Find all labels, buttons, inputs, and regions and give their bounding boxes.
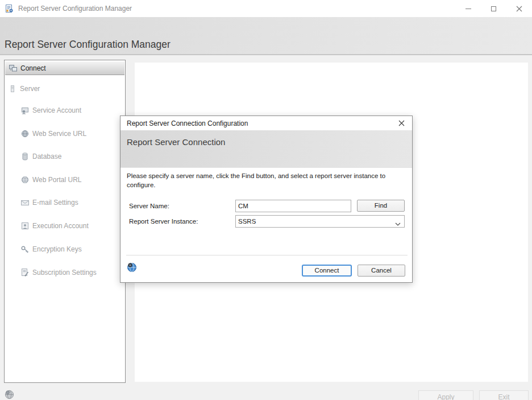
dialog-close-button[interactable] [393, 116, 410, 130]
close-button[interactable] [506, 0, 532, 17]
dialog-instruction: Please specify a server name, click the … [127, 171, 398, 189]
minimize-button[interactable] [455, 0, 481, 17]
exit-button[interactable]: Exit [479, 390, 529, 400]
sidebar-item-label: Service Account [32, 106, 81, 114]
sidebar-item-label: Database [32, 152, 61, 160]
sidebar-item-connect[interactable]: Connect [5, 61, 124, 75]
sidebar-item-web-portal-url[interactable]: Web Portal URL [20, 173, 81, 187]
server-icon [8, 84, 17, 93]
connect-button[interactable]: Connect [302, 265, 352, 277]
sidebar-item-label: Execution Account [32, 222, 89, 230]
close-icon [516, 6, 522, 12]
dialog-title: Report Server Connection Configuration [127, 119, 248, 127]
report-server-instance-select[interactable]: SSRS [235, 215, 405, 228]
sidebar-item-database[interactable]: Database [20, 150, 61, 163]
report-server-instance-label: Report Server Instance: [129, 218, 198, 225]
sidebar-item-label: Web Portal URL [32, 176, 81, 184]
email-icon [20, 198, 30, 207]
encryption-keys-icon [20, 245, 30, 254]
dialog-separator [126, 255, 408, 255]
sidebar-nav: Connect Server Service Account [4, 60, 126, 383]
report-server-connection-dialog: Report Server Connection Configuration R… [120, 116, 413, 283]
service-account-icon [20, 106, 30, 115]
server-name-label: Server Name: [129, 203, 169, 209]
web-portal-url-icon [20, 175, 30, 184]
sidebar-item-label: Encryption Keys [32, 245, 82, 253]
cancel-button[interactable]: Cancel [358, 265, 405, 277]
sidebar-item-label: Connect [20, 64, 46, 72]
caption-buttons [455, 0, 532, 17]
window-titlebar: Report Server Configuration Manager [0, 0, 532, 17]
header-band: Report Server Configuration Manager [0, 17, 532, 55]
sidebar-item-email-settings[interactable]: E-mail Settings [20, 196, 78, 209]
subscription-settings-icon [20, 268, 30, 277]
page-title: Report Server Configuration Manager [5, 39, 171, 51]
sidebar-item-label: Server [20, 85, 40, 93]
server-name-input[interactable] [235, 200, 351, 212]
dialog-titlebar: Report Server Connection Configuration [120, 116, 412, 130]
maximize-button[interactable] [481, 0, 506, 17]
sidebar-item-label: Web Service URL [32, 130, 86, 138]
chevron-down-icon [395, 220, 401, 227]
report-server-instance-value: SSRS [238, 218, 256, 225]
help-globe-icon-disabled [5, 390, 14, 399]
dialog-header-band [120, 130, 412, 168]
sidebar-item-subscription-settings[interactable]: Subscription Settings [20, 266, 97, 279]
find-button[interactable]: Find [357, 200, 405, 212]
maximize-icon [491, 6, 496, 11]
sidebar-item-server[interactable]: Server [8, 82, 40, 96]
sidebar-item-web-service-url[interactable]: Web Service URL [20, 127, 86, 141]
help-globe-icon [127, 262, 137, 273]
app-icon [5, 4, 14, 13]
window-title: Report Server Configuration Manager [18, 5, 132, 13]
connect-icon [9, 64, 18, 73]
web-service-url-icon [20, 129, 30, 138]
sidebar-item-service-account[interactable]: Service Account [20, 104, 81, 117]
apply-button[interactable]: Apply [418, 390, 473, 400]
database-icon [20, 152, 30, 161]
sidebar-item-label: E-mail Settings [32, 199, 78, 207]
dialog-heading: Report Server Connection [127, 137, 225, 147]
sidebar-item-execution-account[interactable]: Execution Account [20, 219, 89, 233]
minimize-icon [466, 9, 471, 9]
sidebar-item-encryption-keys[interactable]: Encryption Keys [20, 242, 82, 256]
sidebar-item-label: Subscription Settings [32, 269, 97, 277]
execution-account-icon [20, 221, 30, 230]
close-icon [398, 120, 405, 126]
